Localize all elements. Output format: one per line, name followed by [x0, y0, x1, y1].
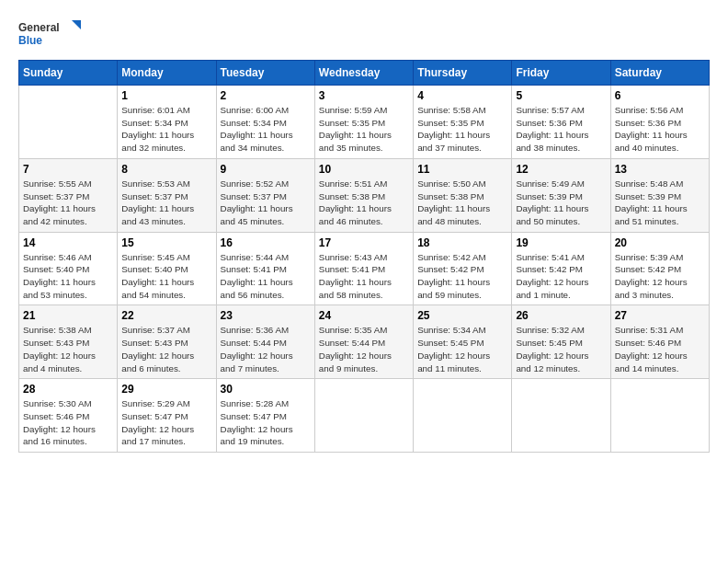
day-info: Sunrise: 5:28 AM Sunset: 5:47 PM Dayligh… [221, 397, 311, 448]
calendar-cell: 19Sunrise: 5:41 AM Sunset: 5:42 PM Dayli… [512, 232, 610, 305]
calendar-cell: 11Sunrise: 5:50 AM Sunset: 5:38 PM Dayli… [414, 158, 512, 232]
day-number: 30 [221, 383, 311, 396]
calendar-cell: 9Sunrise: 5:52 AM Sunset: 5:37 PM Daylig… [216, 158, 314, 232]
day-number: 29 [121, 383, 211, 396]
svg-text:Blue: Blue [18, 34, 42, 47]
calendar-cell: 21Sunrise: 5:38 AM Sunset: 5:43 PM Dayli… [19, 305, 118, 379]
header-day-sunday: Sunday [19, 61, 118, 86]
day-number: 15 [121, 236, 211, 249]
day-number: 22 [121, 309, 211, 322]
day-info: Sunrise: 5:38 AM Sunset: 5:43 PM Dayligh… [23, 324, 113, 374]
day-info: Sunrise: 5:52 AM Sunset: 5:37 PM Dayligh… [221, 178, 311, 228]
header-day-thursday: Thursday [414, 61, 512, 86]
day-number: 28 [23, 383, 113, 396]
header-day-monday: Monday [118, 61, 216, 86]
calendar-cell: 16Sunrise: 5:44 AM Sunset: 5:41 PM Dayli… [216, 232, 314, 305]
page-header: General Blue [18, 18, 710, 51]
day-number: 20 [615, 236, 705, 249]
day-number: 1 [121, 89, 211, 102]
day-info: Sunrise: 5:37 AM Sunset: 5:43 PM Dayligh… [121, 324, 211, 374]
calendar-cell: 14Sunrise: 5:46 AM Sunset: 5:40 PM Dayli… [19, 232, 118, 305]
day-number: 6 [615, 89, 705, 102]
day-number: 3 [319, 89, 409, 102]
week-row-3: 14Sunrise: 5:46 AM Sunset: 5:40 PM Dayli… [19, 232, 710, 305]
calendar-cell [610, 379, 709, 453]
day-info: Sunrise: 5:51 AM Sunset: 5:38 PM Dayligh… [319, 178, 409, 228]
calendar-cell [512, 379, 610, 453]
day-number: 17 [319, 236, 409, 249]
day-number: 14 [23, 236, 113, 249]
day-info: Sunrise: 5:59 AM Sunset: 5:35 PM Dayligh… [319, 104, 409, 155]
calendar-cell: 4Sunrise: 5:58 AM Sunset: 5:35 PM Daylig… [414, 86, 512, 159]
header-row: SundayMondayTuesdayWednesdayThursdayFrid… [19, 61, 710, 86]
header-day-saturday: Saturday [610, 61, 709, 86]
day-number: 10 [319, 163, 409, 176]
calendar-cell: 30Sunrise: 5:28 AM Sunset: 5:47 PM Dayli… [216, 379, 314, 453]
day-number: 18 [417, 236, 507, 249]
day-number: 5 [516, 89, 606, 102]
day-info: Sunrise: 5:32 AM Sunset: 5:45 PM Dayligh… [516, 324, 606, 374]
calendar-cell: 25Sunrise: 5:34 AM Sunset: 5:45 PM Dayli… [414, 305, 512, 379]
day-number: 21 [23, 309, 113, 322]
calendar-cell [19, 86, 118, 159]
calendar-cell: 27Sunrise: 5:31 AM Sunset: 5:46 PM Dayli… [610, 305, 709, 379]
day-number: 4 [417, 89, 507, 102]
calendar-cell: 24Sunrise: 5:35 AM Sunset: 5:44 PM Dayli… [314, 305, 413, 379]
day-number: 24 [319, 309, 409, 322]
day-info: Sunrise: 5:41 AM Sunset: 5:42 PM Dayligh… [516, 251, 606, 302]
calendar-table: SundayMondayTuesdayWednesdayThursdayFrid… [18, 60, 710, 453]
calendar-cell: 5Sunrise: 5:57 AM Sunset: 5:36 PM Daylig… [512, 86, 610, 159]
calendar-cell: 20Sunrise: 5:39 AM Sunset: 5:42 PM Dayli… [610, 232, 709, 305]
calendar-cell [414, 379, 512, 453]
day-info: Sunrise: 5:57 AM Sunset: 5:36 PM Dayligh… [516, 104, 606, 155]
calendar-cell: 1Sunrise: 6:01 AM Sunset: 5:34 PM Daylig… [118, 86, 216, 159]
calendar-cell: 13Sunrise: 5:48 AM Sunset: 5:39 PM Dayli… [610, 158, 709, 232]
day-info: Sunrise: 5:31 AM Sunset: 5:46 PM Dayligh… [615, 324, 705, 374]
calendar-cell: 23Sunrise: 5:36 AM Sunset: 5:44 PM Dayli… [216, 305, 314, 379]
calendar-cell [314, 379, 413, 453]
calendar-cell: 15Sunrise: 5:45 AM Sunset: 5:40 PM Dayli… [118, 232, 216, 305]
day-number: 2 [221, 89, 311, 102]
day-info: Sunrise: 5:46 AM Sunset: 5:40 PM Dayligh… [23, 251, 113, 302]
day-info: Sunrise: 6:01 AM Sunset: 5:34 PM Dayligh… [121, 104, 211, 155]
day-info: Sunrise: 5:39 AM Sunset: 5:42 PM Dayligh… [615, 251, 705, 302]
week-row-5: 28Sunrise: 5:30 AM Sunset: 5:46 PM Dayli… [19, 379, 710, 453]
day-number: 13 [615, 163, 705, 176]
day-number: 27 [615, 309, 705, 322]
day-info: Sunrise: 5:55 AM Sunset: 5:37 PM Dayligh… [23, 178, 113, 228]
calendar-cell: 6Sunrise: 5:56 AM Sunset: 5:36 PM Daylig… [610, 86, 709, 159]
day-info: Sunrise: 5:30 AM Sunset: 5:46 PM Dayligh… [23, 397, 113, 448]
calendar-cell: 26Sunrise: 5:32 AM Sunset: 5:45 PM Dayli… [512, 305, 610, 379]
day-number: 19 [516, 236, 606, 249]
day-info: Sunrise: 5:44 AM Sunset: 5:41 PM Dayligh… [221, 251, 311, 302]
day-info: Sunrise: 5:35 AM Sunset: 5:44 PM Dayligh… [319, 324, 409, 374]
day-info: Sunrise: 5:29 AM Sunset: 5:47 PM Dayligh… [121, 397, 211, 448]
day-number: 7 [23, 163, 113, 176]
day-info: Sunrise: 6:00 AM Sunset: 5:34 PM Dayligh… [221, 104, 311, 155]
header-day-tuesday: Tuesday [216, 61, 314, 86]
day-info: Sunrise: 5:49 AM Sunset: 5:39 PM Dayligh… [516, 178, 606, 228]
week-row-4: 21Sunrise: 5:38 AM Sunset: 5:43 PM Dayli… [19, 305, 710, 379]
day-number: 8 [121, 163, 211, 176]
day-number: 16 [221, 236, 311, 249]
calendar-cell: 22Sunrise: 5:37 AM Sunset: 5:43 PM Dayli… [118, 305, 216, 379]
calendar-cell: 10Sunrise: 5:51 AM Sunset: 5:38 PM Dayli… [314, 158, 413, 232]
day-number: 23 [221, 309, 311, 322]
week-row-1: 1Sunrise: 6:01 AM Sunset: 5:34 PM Daylig… [19, 86, 710, 159]
calendar-cell: 12Sunrise: 5:49 AM Sunset: 5:39 PM Dayli… [512, 158, 610, 232]
day-info: Sunrise: 5:58 AM Sunset: 5:35 PM Dayligh… [417, 104, 507, 155]
header-day-wednesday: Wednesday [314, 61, 413, 86]
calendar-cell: 17Sunrise: 5:43 AM Sunset: 5:41 PM Dayli… [314, 232, 413, 305]
svg-marker-2 [72, 20, 81, 29]
calendar-cell: 18Sunrise: 5:42 AM Sunset: 5:42 PM Dayli… [414, 232, 512, 305]
week-row-2: 7Sunrise: 5:55 AM Sunset: 5:37 PM Daylig… [19, 158, 710, 232]
day-number: 25 [417, 309, 507, 322]
day-info: Sunrise: 5:53 AM Sunset: 5:37 PM Dayligh… [121, 178, 211, 228]
day-number: 11 [417, 163, 507, 176]
day-info: Sunrise: 5:48 AM Sunset: 5:39 PM Dayligh… [615, 178, 705, 228]
header-day-friday: Friday [512, 61, 610, 86]
day-info: Sunrise: 5:56 AM Sunset: 5:36 PM Dayligh… [615, 104, 705, 155]
day-info: Sunrise: 5:42 AM Sunset: 5:42 PM Dayligh… [417, 251, 507, 302]
calendar-body: 1Sunrise: 6:01 AM Sunset: 5:34 PM Daylig… [19, 86, 710, 453]
calendar-cell: 3Sunrise: 5:59 AM Sunset: 5:35 PM Daylig… [314, 86, 413, 159]
